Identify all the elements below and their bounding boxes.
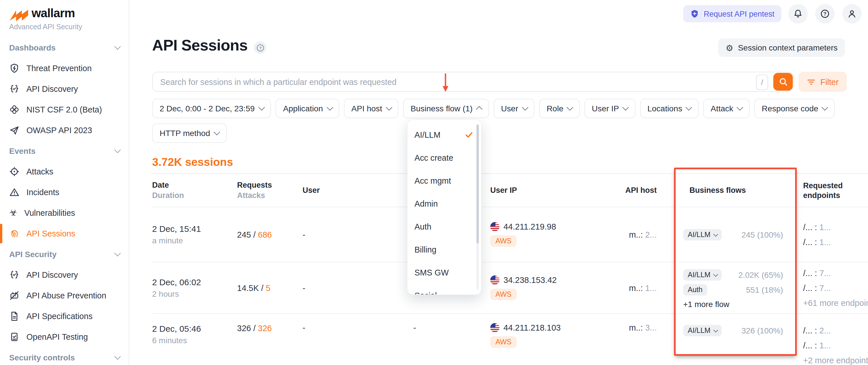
flow-line: AI/LLM245 (100%) xyxy=(683,227,783,242)
flow-chip-ai-llm[interactable]: AI/LLM xyxy=(683,269,722,280)
endpoint-count: 1... xyxy=(819,341,831,350)
session-duration: 6 minutes xyxy=(152,335,201,346)
session-row[interactable]: 2 Dec, 15:41a minute245 / 686-44.211.219… xyxy=(152,207,868,262)
account-button[interactable] xyxy=(842,4,862,24)
sidebar-section-dashboards[interactable]: Dashboards xyxy=(0,37,129,58)
chevron-down-icon xyxy=(522,104,528,110)
requests-separator: / xyxy=(251,230,258,239)
dropdown-option-auth[interactable]: Auth xyxy=(408,215,481,238)
sidebar-item-vulnerabilities[interactable]: ☣Vulnerabilities xyxy=(0,203,129,223)
filter-chip-locations[interactable]: Locations xyxy=(640,99,699,118)
sidebar-item-api-discovery[interactable]: API Discovery xyxy=(0,265,129,285)
sidebar-section-api-security[interactable]: API Security xyxy=(0,244,129,265)
us-flag-icon xyxy=(490,275,499,285)
flow-count: 551 (18%) xyxy=(746,285,783,294)
request-api-pentest-button[interactable]: Request API pentest xyxy=(683,5,781,22)
dropdown-option-ai-llm[interactable]: AI/LLM xyxy=(408,123,481,146)
document-icon xyxy=(9,311,20,321)
session-date: 2 Dec, 15:41 xyxy=(152,223,201,234)
flow-line: AI/LLM326 (100%) xyxy=(683,323,783,338)
chip-label: Locations xyxy=(647,104,682,113)
filter-chip-response-code[interactable]: Response code xyxy=(754,99,835,118)
sidebar-item-label: Vulnerabilities xyxy=(24,208,75,218)
dropdown-scrollbar-track xyxy=(476,125,479,290)
sidebar-item-attacks[interactable]: Attacks xyxy=(0,161,129,182)
flow-chip-ai-llm[interactable]: AI/LLM xyxy=(683,229,722,240)
sidebar-item-api-discovery[interactable]: API Discovery xyxy=(0,79,129,99)
filter-chip-api-host[interactable]: API host xyxy=(344,99,398,118)
flow-chip-ai-llm[interactable]: AI/LLM xyxy=(683,325,722,336)
title-help-button[interactable]: ? xyxy=(254,41,267,54)
dropdown-option-label: Auth xyxy=(414,222,431,231)
filter-chip-user-ip[interactable]: User IP xyxy=(584,99,636,118)
chip-label: User IP xyxy=(592,104,619,113)
filter-button[interactable]: Filter xyxy=(799,72,847,92)
attacks-count: 5 xyxy=(266,283,270,292)
filter-chip-user[interactable]: User xyxy=(493,99,534,118)
clipboard-check-icon xyxy=(9,332,20,342)
filter-chip-attack[interactable]: Attack xyxy=(703,99,750,118)
sidebar-item-openapi-testing[interactable]: OpenAPI Testing xyxy=(0,327,129,347)
filter-chip-business-flow-1-[interactable]: Business flow (1) xyxy=(403,99,489,118)
chip-label: API host xyxy=(351,104,382,113)
filter-chip-http-method[interactable]: HTTP method xyxy=(152,123,226,143)
sidebar-item-owasp-api-2023[interactable]: OWASP API 2023 xyxy=(0,120,129,141)
sidebar-item-api-abuse-prevention[interactable]: API Abuse Prevention xyxy=(0,285,129,306)
sidebar-item-api-sessions[interactable]: API Sessions xyxy=(0,223,129,244)
attacks-count: 326 xyxy=(258,324,272,333)
shield-plus-icon xyxy=(690,9,699,19)
ip-block: 34.238.153.42AWS xyxy=(490,275,557,300)
dropdown-option-sms-gw[interactable]: SMS GW xyxy=(408,261,481,284)
brand-subtitle: Advanced API Security xyxy=(9,23,82,31)
biohazard-icon: ☣ xyxy=(9,208,18,218)
dropdown-option-label: AI/LLM xyxy=(414,130,441,139)
ip-line: 34.238.153.42 xyxy=(490,275,557,285)
brand-name: wallarm xyxy=(32,6,75,20)
dropdown-option-billing[interactable]: Billing xyxy=(408,238,481,261)
gear-icon: ⚙ xyxy=(725,43,733,52)
filter-chip-2-dec-0-00-2-dec-23-59[interactable]: 2 Dec, 0:00 - 2 Dec, 23:59 xyxy=(152,99,271,118)
help-button[interactable]: ? xyxy=(815,4,835,24)
dropdown-option-label: Admin xyxy=(414,199,438,208)
cell-api-host: m..:2... xyxy=(591,207,657,262)
search-button[interactable] xyxy=(773,73,793,91)
header-user: User xyxy=(303,174,389,207)
dropdown-option-label: Acc mgmt xyxy=(414,176,451,186)
header-user-ip: User IP xyxy=(490,174,591,207)
cell-requests: 14.5K / 5 xyxy=(237,262,303,313)
dropdown-option-admin[interactable]: Admin xyxy=(408,192,481,215)
more-endpoints-link[interactable]: +2 more endpoints xyxy=(803,353,868,365)
sidebar-item-api-specifications[interactable]: API Specifications xyxy=(0,306,129,327)
notifications-button[interactable] xyxy=(788,4,808,24)
bell-icon xyxy=(793,9,803,19)
sidebar-section-events[interactable]: Events xyxy=(0,141,129,161)
extra-value: - xyxy=(413,323,416,332)
filter-chip-role[interactable]: Role xyxy=(539,99,580,118)
dropdown-option-acc-create[interactable]: Acc create xyxy=(408,146,481,169)
chevron-down-icon xyxy=(258,104,265,110)
search-input[interactable] xyxy=(152,72,794,92)
sidebar-item-threat-prevention[interactable]: Threat Prevention xyxy=(0,58,129,79)
sidebar-section-security-controls[interactable]: Security controls xyxy=(0,347,129,365)
more-endpoints-link[interactable]: +61 more endpoints xyxy=(803,295,868,310)
sidebar-item-incidents[interactable]: Incidents xyxy=(0,182,129,203)
sidebar-item-label: Attacks xyxy=(26,167,53,176)
filter-chips-row-1: 2 Dec, 0:00 - 2 Dec, 23:59ApplicationAPI… xyxy=(152,99,868,118)
sidebar-nav: DashboardsThreat PreventionAPI Discovery… xyxy=(0,37,129,365)
sidebar-item-nist-csf-2-0-beta-[interactable]: NIST CSF 2.0 (Beta) xyxy=(0,99,129,120)
session-context-parameters-button[interactable]: ⚙ Session context parameters xyxy=(718,38,845,57)
session-row[interactable]: 2 Dec, 06:022 hours14.5K / 5-34.238.153.… xyxy=(152,262,868,314)
flows-block: AI/LLM2.02K (65%)Auth551 (18%)+1 more fl… xyxy=(683,267,783,308)
dropdown-option-social[interactable]: Social xyxy=(408,284,481,295)
session-row[interactable]: 2 Dec, 05:466 minutes326 / 326--44.211.2… xyxy=(152,314,868,365)
filter-chip-application[interactable]: Application xyxy=(276,99,339,118)
dropdown-scrollbar-thumb[interactable] xyxy=(476,125,479,244)
flow-chip-auth[interactable]: Auth xyxy=(683,284,707,295)
dropdown-option-acc-mgmt[interactable]: Acc mgmt xyxy=(408,169,481,192)
search-icon xyxy=(778,77,788,87)
ip-line: 44.211.219.98 xyxy=(490,222,556,231)
endpoint-count: 1... xyxy=(819,237,831,246)
requests-line: 245 / 686 xyxy=(237,229,272,240)
chevron-up-icon xyxy=(476,106,482,112)
more-flows-link[interactable]: +1 more flow xyxy=(683,299,783,308)
